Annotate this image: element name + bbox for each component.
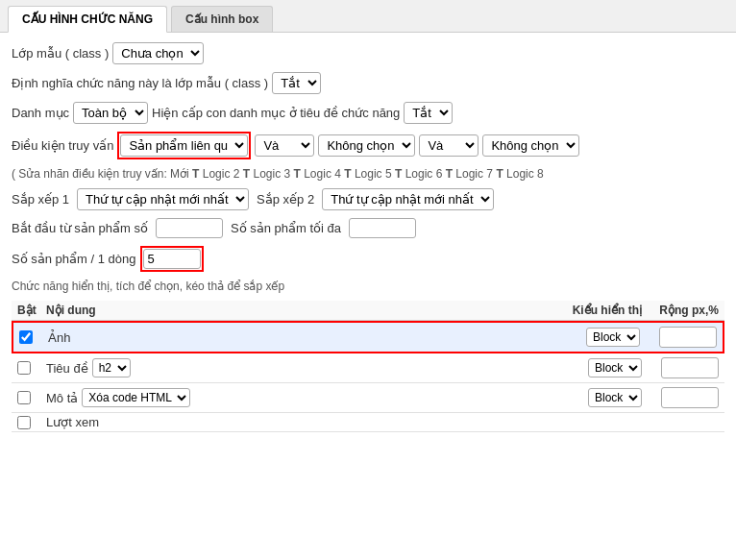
anh-kieu-select[interactable]: Block Inline [586,328,640,347]
tieu-de-content: Tiêu đề h2 h1 h3 h4 [46,358,517,377]
tab-bar: CẤU HÌNH CHỨC NĂNG Cấu hình box [0,0,736,33]
content-area: Lớp mẫu ( class ) Chưa chọn Định nghĩa c… [0,33,736,442]
khong-chon1-select[interactable]: Không chọn [318,134,415,157]
so-toi-da-input[interactable] [349,218,416,238]
khong-chon2-select[interactable]: Không chọn [482,134,579,157]
tieu-de-rong-input[interactable] [661,357,719,378]
danh-muc-row: Danh mục Toàn bộ Hiện cấp con danh mục ở… [12,102,724,124]
luot-xem-content: Lượt xem [46,415,719,429]
dieu-kien-label: Điều kiện truy vấn [12,138,113,153]
logic-icon-6: T [446,167,456,181]
mo-ta-checkbox[interactable] [17,391,31,404]
row-tieu-de: Tiêu đề h2 h1 h3 h4 Block Inline [12,353,724,383]
danh-muc-label: Danh mục [12,106,69,120]
logic-icon-4: T [344,167,355,181]
dieu-kien-row: Điều kiện truy vấn Sản phẩm liên qu Tất … [12,132,724,159]
sap-xep1-label: Sắp xếp 1 [12,192,69,207]
header-kieu: Kiểu hiển thị [517,304,642,317]
feature-table: Bật Nội dung Kiểu hiển thị Rộng px,% Ảnh… [12,301,724,432]
so-sp-row: Số sản phẩm / 1 dòng [12,246,724,272]
anh-kieu-cell: Block Inline [515,328,640,347]
logic-icon-3: T [294,167,305,181]
header-rong: Rộng px,% [642,304,719,317]
mo-ta-rong-cell [642,387,719,408]
sap-xep1-select[interactable]: Thứ tự cập nhật mới nhất [77,188,249,210]
so-sp-input-box [140,246,204,272]
mo-ta-kieu-select[interactable]: Block Inline [588,388,642,407]
logic-icon-moi: T [192,167,203,181]
bat-dau-label: Bắt đầu từ sản phẩm số [12,221,148,235]
header-noi-dung: Nội dung [46,304,517,317]
logic-icon-2: T [243,167,254,181]
dieu-kien-box: Sản phẩm liên qu Tất cả [117,132,251,159]
mo-ta-kieu-cell: Block Inline [517,388,642,407]
anh-label: Ảnh [48,330,70,345]
tieu-de-checkbox[interactable] [17,361,31,375]
dieu-kien-select[interactable]: Sản phẩm liên qu Tất cả [120,134,248,157]
anh-checkbox-cell [19,330,48,344]
sua-nhan-prefix: ( Sửa nhãn điều kiện truy vấn: Mới [12,167,189,181]
sap-xep2-select[interactable]: Thứ tự cập nhật mới nhất [322,188,494,210]
anh-checkbox[interactable] [19,330,33,344]
va1-select[interactable]: Và Hoặc [255,134,314,157]
tieu-de-checkbox-cell [17,361,46,375]
logic-7-label: Logic 7 [455,167,493,181]
luot-xem-label: Lượt xem [46,415,99,429]
mo-ta-checkbox-cell [17,391,46,404]
so-sp-input[interactable] [143,249,201,269]
logic-icon-5: T [395,167,405,181]
mo-ta-rong-input[interactable] [661,387,719,408]
tieu-de-kieu-select[interactable]: Block Inline [588,358,642,377]
dinh-nghia-label: Định nghĩa chức năng này là lớp mẫu ( cl… [12,76,268,90]
tab-cau-hinh-chuc-nang[interactable]: CẤU HÌNH CHỨC NĂNG [8,6,167,33]
sap-xep-row: Sắp xếp 1 Thứ tự cập nhật mới nhất Sắp x… [12,188,724,210]
table-header: Bật Nội dung Kiểu hiển thị Rộng px,% [12,301,724,321]
hien-cap-select[interactable]: Tắt Bật [404,102,453,124]
logic-icon-7: T [496,167,506,181]
tieu-de-rong-cell [642,357,719,378]
logic-6-label: Logic 6 [405,167,443,181]
row-mo-ta: Mô tả Xóa code HTML Giữ HTML Block Inlin… [12,383,724,413]
tieu-de-kieu-cell: Block Inline [517,358,642,377]
info-text: Chức năng hiển thị, tích để chọn, kéo th… [12,280,724,293]
hien-cap-label: Hiện cấp con danh mục ở tiêu đề chức năn… [152,106,400,120]
luot-xem-checkbox-cell [17,416,46,429]
anh-rong-cell [640,327,717,348]
logic-row: ( Sửa nhãn điều kiện truy vấn: Mới T Log… [12,167,724,181]
dinh-nghia-row: Định nghĩa chức năng này là lớp mẫu ( cl… [12,72,724,94]
tieu-de-sub-select[interactable]: h2 h1 h3 h4 [92,358,131,377]
bat-dau-input[interactable] [156,218,223,238]
mo-ta-content: Mô tả Xóa code HTML Giữ HTML [46,388,517,407]
anh-content: Ảnh [48,330,515,345]
logic-4-label: Logic 4 [304,167,341,181]
dinh-nghia-select[interactable]: Tắt Bật [272,72,321,94]
anh-rong-input[interactable] [659,327,717,348]
so-sp-label: Số sản phẩm / 1 dòng [12,252,136,266]
row-luot-xem: Lượt xem [12,413,724,432]
lop-mau-label: Lớp mẫu ( class ) [12,46,109,61]
sap-xep2-label: Sắp xếp 2 [257,192,314,207]
row-anh: Ảnh Block Inline [12,321,724,353]
tab-cau-hinh-box[interactable]: Cấu hình box [171,6,273,32]
danh-muc-select[interactable]: Toàn bộ [73,102,148,124]
logic-2-label: Logic 2 [203,167,240,181]
tieu-de-label: Tiêu đề [46,361,88,376]
lop-mau-select[interactable]: Chưa chọn [112,42,204,64]
mo-ta-sub-select[interactable]: Xóa code HTML Giữ HTML [82,388,190,407]
so-toi-da-label: Số sản phẩm tối đa [231,221,341,235]
mo-ta-label: Mô tả [46,391,78,405]
header-bat: Bật [17,304,46,317]
luot-xem-checkbox[interactable] [17,416,31,429]
lop-mau-row: Lớp mẫu ( class ) Chưa chọn [12,42,724,64]
logic-3-label: Logic 3 [253,167,290,181]
logic-5-label: Logic 5 [355,167,392,181]
bat-dau-row: Bắt đầu từ sản phẩm số Số sản phẩm tối đ… [12,218,724,238]
logic-8-label: Logic 8 [506,167,544,181]
va2-select[interactable]: Và Hoặc [419,134,478,157]
